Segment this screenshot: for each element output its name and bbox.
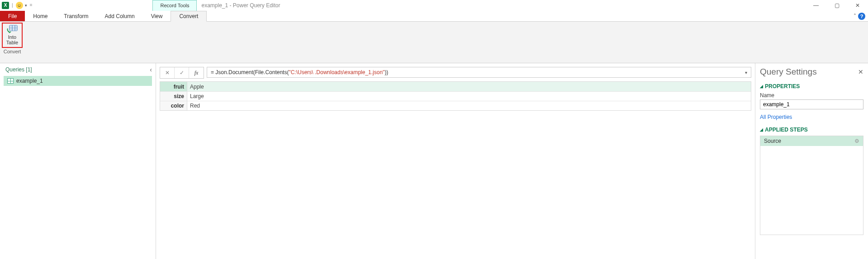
properties-header-label: PROPERTIES xyxy=(765,83,800,89)
close-button[interactable]: ✕ xyxy=(847,0,868,11)
query-settings-pane: Query Settings ✕ ◢ PROPERTIES Name All P… xyxy=(755,63,868,259)
query-item-example_1[interactable]: example_1 xyxy=(4,76,152,86)
record-grid: fruit Apple size Large color Red xyxy=(160,81,751,111)
window-controls: — ▢ ✕ xyxy=(806,0,868,10)
record-row[interactable]: color Red xyxy=(160,101,751,110)
title-bar: X | ☺ ▾ = Record Tools example_1 - Power… xyxy=(0,0,868,11)
into-table-icon xyxy=(6,24,18,34)
formula-bar: ✕ ✓ fx = Json.Document(File.Contents("C:… xyxy=(160,67,751,79)
formula-suffix: )) xyxy=(384,69,388,75)
contextual-tab-record-tools: Record Tools xyxy=(152,0,197,11)
ribbon-body: Into Table Convert xyxy=(0,22,868,63)
formula-commit-button[interactable]: ✓ xyxy=(175,67,189,78)
formula-cancel-button[interactable]: ✕ xyxy=(160,67,175,78)
tab-view[interactable]: View xyxy=(143,11,171,21)
tab-add-column[interactable]: Add Column xyxy=(97,11,143,21)
face-icon: ☺ xyxy=(16,2,23,9)
maximize-button[interactable]: ▢ xyxy=(826,0,847,11)
properties-header[interactable]: ◢ PROPERTIES xyxy=(760,83,863,89)
svg-rect-0 xyxy=(9,25,17,31)
properties-section: ◢ PROPERTIES Name All Properties xyxy=(760,83,863,120)
qat-caret-icon[interactable]: ▾ xyxy=(25,3,27,8)
qat: X | ☺ ▾ = xyxy=(0,2,35,9)
formula-fx-button[interactable]: fx xyxy=(189,67,204,78)
ribbon-group-label: Convert xyxy=(4,48,21,56)
applied-steps-section: ◢ APPLIED STEPS Source ⚙ xyxy=(760,127,863,235)
excel-icon: X xyxy=(2,2,9,9)
record-row[interactable]: size Large xyxy=(160,91,751,101)
gear-icon[interactable]: ⚙ xyxy=(854,138,859,144)
collapse-ribbon-icon[interactable]: ˄ xyxy=(854,13,856,19)
tab-convert[interactable]: Convert xyxy=(171,11,207,22)
ribbon-group-convert: Into Table Convert xyxy=(0,22,24,63)
preview-area: ✕ ✓ fx = Json.Document(File.Contents("C:… xyxy=(156,63,755,259)
formula-prefix: = Json.Document(File.Contents( xyxy=(211,69,289,75)
query-item-label: example_1 xyxy=(16,78,43,84)
formula-expand-icon[interactable]: ▾ xyxy=(745,70,747,75)
main-area: Queries [1] ‹ example_1 ✕ ✓ fx = Json.Do… xyxy=(0,63,868,259)
record-key: size xyxy=(160,92,187,101)
collapse-queries-icon[interactable]: ‹ xyxy=(150,66,152,73)
name-label: Name xyxy=(760,92,863,99)
triangle-icon: ◢ xyxy=(760,127,763,132)
applied-steps-header-label: APPLIED STEPS xyxy=(765,127,808,133)
minimize-button[interactable]: — xyxy=(806,0,826,11)
applied-steps-header[interactable]: ◢ APPLIED STEPS xyxy=(760,127,863,133)
applied-step-label: Source xyxy=(764,138,781,144)
query-name-input[interactable] xyxy=(760,99,863,109)
tab-home[interactable]: Home xyxy=(25,11,56,21)
applied-steps-list: Source ⚙ xyxy=(760,136,863,235)
queries-header[interactable]: Queries [1] ‹ xyxy=(0,63,156,76)
tab-transform[interactable]: Transform xyxy=(56,11,96,21)
record-row[interactable]: fruit Apple xyxy=(160,82,751,91)
formula-input[interactable]: = Json.Document(File.Contents("C:\Users\… xyxy=(207,67,751,78)
tab-file[interactable]: File xyxy=(0,11,25,21)
applied-step-source[interactable]: Source ⚙ xyxy=(760,136,863,146)
ribbon-tabs: File Home Transform Add Column View Conv… xyxy=(0,11,868,22)
queries-pane: Queries [1] ‹ example_1 xyxy=(0,63,156,259)
record-value: Large xyxy=(187,92,751,101)
qat-separator: | xyxy=(11,3,14,8)
formula-string-1: "C:\Users\ xyxy=(289,69,313,75)
into-table-button[interactable]: Into Table xyxy=(2,23,23,48)
record-key: color xyxy=(160,101,187,110)
help-icon[interactable]: ? xyxy=(858,13,865,20)
formula-string-2: .Downloads\example_1.json" xyxy=(315,69,384,75)
table-icon xyxy=(7,78,14,84)
query-settings-close-button[interactable]: ✕ xyxy=(858,68,863,75)
queries-header-label: Queries [1] xyxy=(5,66,32,73)
into-table-label-2: Table xyxy=(6,40,18,45)
formula-buttons: ✕ ✓ fx xyxy=(160,67,204,79)
query-settings-title: Query Settings xyxy=(760,67,817,77)
all-properties-link[interactable]: All Properties xyxy=(760,114,792,120)
triangle-icon: ◢ xyxy=(760,84,763,89)
record-key: fruit xyxy=(160,82,187,91)
window-title: example_1 - Power Query Editor xyxy=(201,2,280,9)
qat-eq: = xyxy=(29,3,33,8)
into-table-label-1: Into xyxy=(8,34,16,40)
record-value: Red xyxy=(187,101,751,110)
record-value: Apple xyxy=(187,82,751,91)
